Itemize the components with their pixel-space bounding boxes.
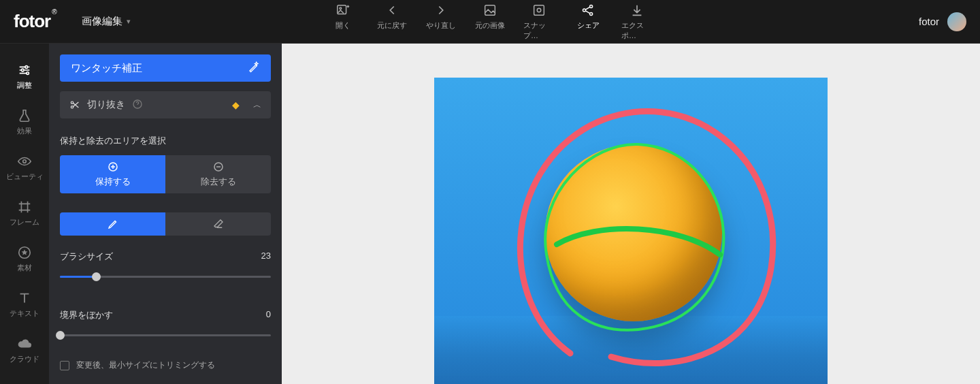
svg-point-7 <box>590 12 593 15</box>
nav-beauty[interactable]: ビューティ <box>0 147 49 193</box>
avatar[interactable] <box>947 12 966 31</box>
scissors-icon <box>69 99 80 110</box>
help-icon[interactable] <box>132 99 143 112</box>
svg-point-9 <box>21 69 24 71</box>
nav-stickers[interactable]: 素材 <box>0 238 49 284</box>
auto-fix-button[interactable]: ワンタッチ補正 <box>60 54 271 82</box>
svg-point-1 <box>340 7 342 9</box>
mode-dropdown[interactable]: 画像編集 ▾ <box>82 15 131 28</box>
svg-point-5 <box>583 8 585 11</box>
pencil-icon <box>107 218 119 230</box>
image-plus-icon <box>336 3 350 18</box>
undo-icon <box>385 3 399 18</box>
image-icon <box>483 3 497 18</box>
cloud-upload-icon <box>17 336 32 351</box>
nav-text[interactable]: テキスト <box>0 284 49 330</box>
eye-icon <box>17 154 32 169</box>
plus-circle-icon <box>107 161 119 173</box>
svg-point-10 <box>27 72 29 75</box>
account-label: fotor <box>919 16 939 27</box>
chevron-down-icon: ▾ <box>127 17 131 26</box>
download-icon <box>630 3 644 18</box>
share-button[interactable]: シェア <box>572 3 604 41</box>
brush-eraser-segment <box>60 212 271 236</box>
undo-button[interactable]: 元に戻す <box>376 3 408 41</box>
blur-edge-label: 境界をぼかす <box>60 309 113 321</box>
open-button[interactable]: 開く <box>327 3 359 41</box>
redo-button[interactable]: やり直し <box>425 3 457 41</box>
camera-icon <box>532 3 546 18</box>
redo-icon <box>434 3 448 18</box>
nav-frame[interactable]: フレーム <box>0 193 49 238</box>
canvas-area[interactable] <box>282 44 980 384</box>
remove-button[interactable]: 除去する <box>165 155 271 193</box>
svg-rect-3 <box>534 5 544 15</box>
nav-cloud[interactable]: クラウド <box>0 330 49 375</box>
blur-edge-value: 0 <box>266 309 271 321</box>
sliders-icon <box>17 63 32 78</box>
svg-point-6 <box>590 5 593 7</box>
panel-adjust: ワンタッチ補正 切り抜き ◆ ︿ 保持と除去のエリアを選択 保持する 除去する <box>49 44 282 384</box>
image-canvas[interactable] <box>434 78 828 384</box>
premium-icon: ◆ <box>232 99 240 110</box>
minus-circle-icon <box>212 161 225 173</box>
brush-size-value: 23 <box>261 251 271 263</box>
trim-checkbox[interactable] <box>60 361 69 370</box>
export-button[interactable]: エクスポ… <box>621 3 653 41</box>
chevron-up-icon: ︿ <box>253 99 261 111</box>
svg-point-8 <box>25 66 28 69</box>
cutout-accordion[interactable]: 切り抜き ◆ ︿ <box>60 91 271 118</box>
svg-point-4 <box>537 8 541 12</box>
flask-icon <box>17 108 32 123</box>
keep-remove-segment: 保持する 除去する <box>60 155 271 193</box>
eraser-tool[interactable] <box>165 212 271 236</box>
wand-icon <box>248 61 260 76</box>
text-icon <box>17 291 32 306</box>
svg-point-11 <box>23 160 27 163</box>
logo[interactable]: fotor® <box>0 11 61 32</box>
brush-tool[interactable] <box>60 212 165 236</box>
star-icon <box>17 245 32 260</box>
brush-size-label: ブラシサイズ <box>60 251 113 263</box>
annotation-overlay <box>434 78 828 384</box>
nav-adjust[interactable]: 調整 <box>0 56 49 101</box>
share-icon <box>581 3 595 18</box>
frame-icon <box>17 199 32 214</box>
nav-rail: 調整 効果 ビューティ フレーム 素材 テキスト クラウド <box>0 44 49 384</box>
eraser-icon <box>212 218 225 230</box>
original-button[interactable]: 元の画像 <box>474 3 506 41</box>
nav-effect[interactable]: 効果 <box>0 101 49 147</box>
svg-rect-2 <box>485 5 495 15</box>
snapshot-button[interactable]: スナップ… <box>523 3 555 41</box>
area-select-title: 保持と除去のエリアを選択 <box>60 135 271 147</box>
trim-checkbox-label: 変更後、最小サイズにトリミングする <box>76 359 215 371</box>
brush-size-slider[interactable] <box>60 270 271 283</box>
keep-button[interactable]: 保持する <box>60 155 165 193</box>
blur-edge-slider[interactable] <box>60 328 271 342</box>
